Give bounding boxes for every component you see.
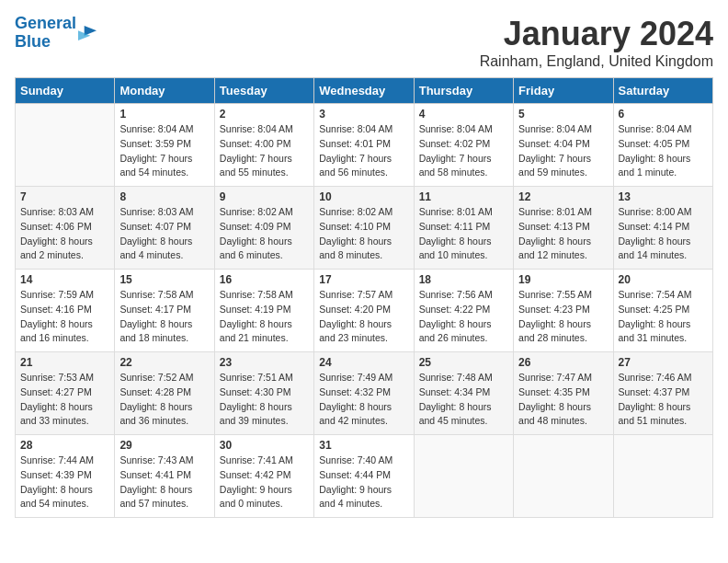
sunrise-text: Sunrise: 7:57 AM: [319, 289, 392, 300]
calendar-cell: 8Sunrise: 8:03 AMSunset: 4:07 PMDaylight…: [115, 187, 214, 270]
daylight-text: Daylight: 8 hours and 12 minutes.: [518, 236, 591, 261]
sunrise-text: Sunrise: 7:56 AM: [419, 289, 493, 300]
daylight-text: Daylight: 8 hours and 16 minutes.: [20, 318, 93, 344]
day-info: Sunrise: 7:58 AMSunset: 4:17 PMDaylight:…: [119, 288, 209, 346]
day-info: Sunrise: 7:49 AMSunset: 4:32 PMDaylight:…: [319, 371, 408, 429]
sunrise-text: Sunrise: 8:02 AM: [319, 206, 392, 217]
sunrise-text: Sunrise: 8:03 AM: [20, 206, 94, 217]
day-info: Sunrise: 8:04 AMSunset: 4:00 PMDaylight:…: [220, 122, 309, 180]
sunset-text: Sunset: 4:17 PM: [119, 304, 191, 315]
calendar-cell: 30Sunrise: 7:41 AMSunset: 4:42 PMDayligh…: [214, 435, 313, 518]
day-info: Sunrise: 8:04 AMSunset: 4:04 PMDaylight:…: [518, 122, 608, 180]
sunset-text: Sunset: 4:09 PM: [220, 221, 291, 232]
daylight-text: Daylight: 7 hours and 58 minutes.: [419, 153, 492, 178]
sunrise-text: Sunrise: 8:01 AM: [419, 206, 493, 217]
logo-icon: [78, 24, 97, 42]
daylight-text: Daylight: 8 hours and 23 minutes.: [319, 318, 392, 344]
day-number: 16: [220, 273, 309, 286]
daylight-text: Daylight: 8 hours and 4 minutes.: [119, 236, 192, 261]
calendar-cell: 17Sunrise: 7:57 AMSunset: 4:20 PMDayligh…: [314, 270, 414, 352]
daylight-text: Daylight: 8 hours and 2 minutes.: [20, 236, 93, 261]
sunrise-text: Sunrise: 8:03 AM: [119, 206, 193, 217]
day-info: Sunrise: 7:57 AMSunset: 4:20 PMDaylight:…: [319, 288, 408, 346]
day-info: Sunrise: 7:41 AMSunset: 4:42 PMDaylight:…: [220, 454, 309, 511]
day-number: 18: [419, 273, 508, 286]
day-number: 17: [319, 273, 408, 286]
sunset-text: Sunset: 4:44 PM: [319, 469, 391, 480]
sunrise-text: Sunrise: 8:01 AM: [518, 206, 592, 217]
day-number: 19: [518, 273, 608, 286]
day-info: Sunrise: 7:53 AMSunset: 4:27 PMDaylight:…: [20, 371, 109, 429]
daylight-text: Daylight: 8 hours and 45 minutes.: [419, 401, 492, 427]
sunrise-text: Sunrise: 7:43 AM: [119, 454, 193, 465]
day-number: 14: [20, 273, 109, 286]
sunset-text: Sunset: 4:00 PM: [220, 138, 291, 149]
calendar-cell: 11Sunrise: 8:01 AMSunset: 4:11 PMDayligh…: [414, 187, 513, 270]
calendar-cell: 19Sunrise: 7:55 AMSunset: 4:23 PMDayligh…: [514, 270, 613, 352]
day-info: Sunrise: 7:52 AMSunset: 4:28 PMDaylight:…: [119, 371, 209, 429]
sunrise-text: Sunrise: 8:04 AM: [119, 123, 193, 134]
day-info: Sunrise: 7:55 AMSunset: 4:23 PMDaylight:…: [518, 288, 608, 346]
sunset-text: Sunset: 4:35 PM: [518, 386, 590, 397]
sunrise-text: Sunrise: 7:52 AM: [119, 372, 193, 383]
week-row-5: 28Sunrise: 7:44 AMSunset: 4:39 PMDayligh…: [16, 435, 713, 518]
day-number: 21: [20, 356, 109, 369]
sunrise-text: Sunrise: 7:58 AM: [119, 289, 193, 300]
day-number: 3: [319, 108, 408, 121]
day-info: Sunrise: 8:04 AMSunset: 4:02 PMDaylight:…: [419, 122, 508, 180]
calendar-cell: [414, 435, 513, 518]
day-number: 22: [119, 356, 209, 369]
logo: General Blue: [15, 15, 97, 52]
daylight-text: Daylight: 8 hours and 42 minutes.: [319, 401, 392, 427]
daylight-text: Daylight: 7 hours and 55 minutes.: [220, 153, 292, 178]
sunset-text: Sunset: 4:11 PM: [419, 221, 491, 232]
day-info: Sunrise: 7:40 AMSunset: 4:44 PMDaylight:…: [319, 454, 408, 511]
day-number: 31: [319, 439, 408, 452]
daylight-text: Daylight: 9 hours and 4 minutes.: [319, 484, 392, 510]
day-number: 26: [518, 356, 608, 369]
sunset-text: Sunset: 4:13 PM: [518, 221, 590, 232]
day-number: 30: [220, 439, 309, 452]
daylight-text: Daylight: 8 hours and 10 minutes.: [419, 236, 492, 261]
sunrise-text: Sunrise: 8:04 AM: [220, 123, 293, 134]
calendar-cell: 7Sunrise: 8:03 AMSunset: 4:06 PMDaylight…: [16, 187, 115, 270]
calendar-cell: [613, 435, 712, 518]
sunset-text: Sunset: 4:32 PM: [319, 386, 391, 397]
sunset-text: Sunset: 4:19 PM: [220, 304, 291, 315]
day-number: 27: [619, 356, 708, 369]
sunrise-text: Sunrise: 7:53 AM: [20, 372, 94, 383]
day-info: Sunrise: 7:46 AMSunset: 4:37 PMDaylight:…: [619, 371, 708, 429]
calendar-cell: 25Sunrise: 7:48 AMSunset: 4:34 PMDayligh…: [414, 352, 513, 435]
sunset-text: Sunset: 4:42 PM: [220, 469, 291, 480]
calendar-cell: 6Sunrise: 8:04 AMSunset: 4:05 PMDaylight…: [613, 104, 712, 187]
day-info: Sunrise: 7:43 AMSunset: 4:41 PMDaylight:…: [119, 454, 209, 511]
day-number: 20: [619, 273, 708, 286]
day-info: Sunrise: 8:01 AMSunset: 4:13 PMDaylight:…: [518, 205, 608, 263]
sunrise-text: Sunrise: 8:04 AM: [518, 123, 592, 134]
day-number: 10: [319, 190, 408, 203]
day-info: Sunrise: 7:58 AMSunset: 4:19 PMDaylight:…: [220, 288, 309, 346]
calendar-cell: 15Sunrise: 7:58 AMSunset: 4:17 PMDayligh…: [115, 270, 214, 352]
daylight-text: Daylight: 8 hours and 18 minutes.: [119, 318, 192, 344]
day-info: Sunrise: 7:56 AMSunset: 4:22 PMDaylight:…: [419, 288, 508, 346]
day-number: 24: [319, 356, 408, 369]
calendar-cell: 24Sunrise: 7:49 AMSunset: 4:32 PMDayligh…: [314, 352, 414, 435]
sunset-text: Sunset: 4:34 PM: [419, 386, 491, 397]
day-number: 8: [119, 190, 209, 203]
sunrise-text: Sunrise: 7:40 AM: [319, 454, 392, 465]
day-number: 12: [518, 190, 608, 203]
daylight-text: Daylight: 8 hours and 8 minutes.: [319, 236, 392, 261]
sunset-text: Sunset: 4:20 PM: [319, 304, 391, 315]
day-number: 25: [419, 356, 508, 369]
daylight-text: Daylight: 8 hours and 57 minutes.: [119, 484, 192, 510]
sunset-text: Sunset: 4:39 PM: [20, 469, 92, 480]
sunrise-text: Sunrise: 8:04 AM: [419, 123, 493, 134]
sunset-text: Sunset: 4:41 PM: [119, 469, 191, 480]
month-title: January 2024: [480, 15, 713, 53]
daylight-text: Daylight: 8 hours and 54 minutes.: [20, 484, 93, 510]
week-row-3: 14Sunrise: 7:59 AMSunset: 4:16 PMDayligh…: [16, 270, 713, 352]
day-number: 2: [220, 108, 309, 121]
day-info: Sunrise: 8:04 AMSunset: 4:01 PMDaylight:…: [319, 122, 408, 180]
calendar-cell: 2Sunrise: 8:04 AMSunset: 4:00 PMDaylight…: [214, 104, 313, 187]
sunrise-text: Sunrise: 8:04 AM: [619, 123, 692, 134]
